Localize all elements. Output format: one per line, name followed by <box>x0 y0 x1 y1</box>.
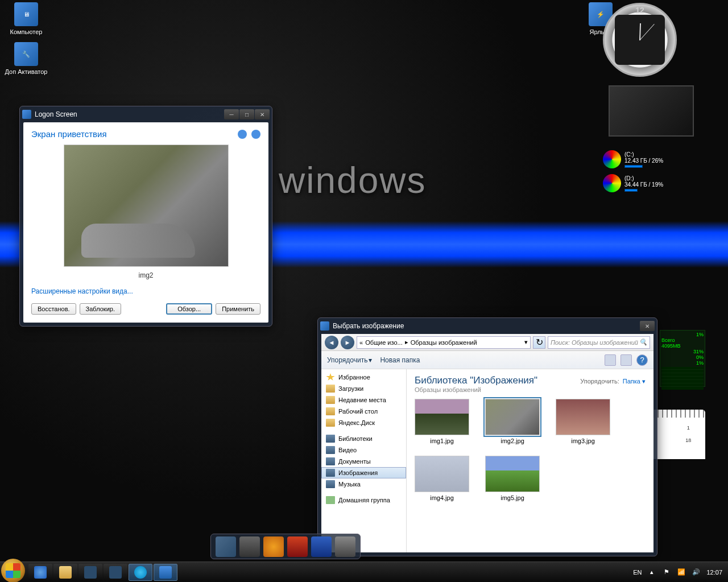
desktop-icon-activator[interactable]: 🔧 Доп Активатор <box>5 42 48 75</box>
video-icon <box>326 446 335 454</box>
taskbar-clock[interactable]: 12:07 <box>706 569 722 576</box>
preview-pane-button[interactable] <box>621 354 632 366</box>
star-icon <box>326 373 335 381</box>
language-indicator[interactable]: EN <box>633 569 642 576</box>
info-icon[interactable] <box>251 130 260 139</box>
folder-icon <box>326 385 335 393</box>
start-button[interactable] <box>1 559 25 583</box>
system-tray: EN ▴ ⚑ 📶 🔊 12:07 <box>633 568 728 577</box>
folder-icon <box>326 396 335 404</box>
advanced-settings-link[interactable]: Расширенные настройки вида... <box>31 287 260 295</box>
sidebar-homegroup[interactable]: Домашняя группа <box>321 494 406 506</box>
windows-logo-icon <box>6 563 20 578</box>
browse-button[interactable]: Обзор... <box>166 303 212 315</box>
volume-icon[interactable]: 🔊 <box>692 568 701 577</box>
dock-item[interactable] <box>239 536 260 557</box>
logon-screen-window: Logon Screen ─ □ ✕ Экран приветствия img… <box>19 106 272 327</box>
dock-item[interactable] <box>287 536 308 557</box>
forward-button[interactable]: ► <box>341 336 354 349</box>
homegroup-icon <box>326 496 335 504</box>
refresh-button[interactable]: ↻ <box>533 336 545 349</box>
sidebar-item-yandex[interactable]: Яндекс.Диск <box>321 417 406 428</box>
app-icon <box>84 566 97 579</box>
breadcrumb[interactable]: « Общие изо... ▸ Образцы изображений ▾ <box>357 336 531 349</box>
disk-gadget-d[interactable]: (D:) 34.44 ГБ / 19% <box>603 172 694 195</box>
chevron-down-icon: ▾ <box>369 356 372 364</box>
restore-button[interactable]: Восстанов. <box>31 303 76 315</box>
titlebar[interactable]: Выбрать изображение ✕ <box>318 318 657 334</box>
taskbar: EN ▴ ⚑ 📶 🔊 12:07 <box>0 562 728 582</box>
taskbar-item-skype[interactable] <box>129 564 152 581</box>
file-thumb-img3[interactable]: img3.jpg <box>556 399 610 444</box>
disk-icon <box>603 174 621 192</box>
help-button[interactable]: ? <box>636 354 648 366</box>
maximize-button[interactable]: □ <box>239 109 254 119</box>
taskbar-item-ie[interactable] <box>28 564 52 581</box>
logon-image-name: img2 <box>31 271 260 279</box>
app-icon <box>320 321 329 331</box>
music-icon <box>326 480 335 488</box>
sidebar-item-desktop[interactable]: Рабочий стол <box>321 406 406 417</box>
logon-preview-image <box>64 145 229 267</box>
show-hidden-icons[interactable]: ▴ <box>647 568 656 577</box>
organize-menu[interactable]: Упорядочить ▾ <box>327 356 372 364</box>
dock-item[interactable] <box>311 536 332 557</box>
view-options-button[interactable] <box>605 354 616 366</box>
chevron-down-icon[interactable]: ▾ <box>524 339 528 346</box>
tool-icon: 🔧 <box>14 42 38 66</box>
cpu-gadget[interactable]: 1% Всего 4095MB 31% 0% 1% <box>660 330 705 387</box>
titlebar[interactable]: Logon Screen ─ □ ✕ <box>20 106 272 122</box>
search-input[interactable]: Поиск: Образцы изображений 🔍 <box>548 336 650 349</box>
sidebar-favorites[interactable]: Избранное <box>321 372 406 383</box>
lock-button[interactable]: Заблокир. <box>80 303 121 315</box>
apply-button[interactable]: Применить <box>216 303 260 315</box>
sort-dropdown[interactable]: Папка ▾ <box>623 378 646 385</box>
clock-gadget[interactable]: 12 <box>603 3 677 77</box>
disk-icon <box>326 419 335 427</box>
new-folder-button[interactable]: Новая папка <box>380 356 420 364</box>
disk-gadget-c[interactable]: (C:) 12.43 ГБ / 26% <box>603 148 694 171</box>
rocketdock <box>210 534 361 559</box>
file-picker-window: Выбрать изображение ✕ ◄ ► « Общие изо...… <box>317 317 657 556</box>
search-icon: 🔍 <box>639 339 647 346</box>
skype-icon <box>134 566 147 579</box>
file-thumb-img2[interactable]: img2.jpg <box>485 399 540 444</box>
close-button[interactable]: ✕ <box>640 321 655 331</box>
taskbar-item-app[interactable] <box>78 564 102 581</box>
flag-icon[interactable]: ⚑ <box>662 568 671 577</box>
dock-item[interactable] <box>263 536 284 557</box>
sidebar-item-downloads[interactable]: Загрузки <box>321 383 406 394</box>
settings-icon[interactable] <box>238 130 247 139</box>
file-thumb-img4[interactable]: img4.jpg <box>415 456 469 501</box>
file-list: Библиотека "Изображения" Образцы изображ… <box>407 369 653 552</box>
slideshow-gadget[interactable] <box>609 85 694 137</box>
taskbar-item-app[interactable] <box>104 564 127 581</box>
app-icon <box>22 110 31 119</box>
library-icon <box>326 435 335 443</box>
image-icon <box>326 469 335 477</box>
taskbar-item-logon[interactable] <box>154 564 177 581</box>
wallpaper-text: windows <box>279 159 426 201</box>
desktop-icon-computer[interactable]: 🖥 Компьютер <box>5 2 48 35</box>
library-title: Библиотека "Изображения" <box>415 375 537 386</box>
minimize-button[interactable]: ─ <box>224 109 239 119</box>
nav-bar: ◄ ► « Общие изо... ▸ Образцы изображений… <box>321 334 653 351</box>
app-icon <box>109 566 122 579</box>
dock-item[interactable] <box>335 536 355 557</box>
network-icon[interactable]: 📶 <box>677 568 686 577</box>
close-button[interactable]: ✕ <box>255 109 270 119</box>
back-button[interactable]: ◄ <box>325 336 338 349</box>
taskbar-item-explorer[interactable] <box>53 564 77 581</box>
disk-icon <box>603 150 621 168</box>
file-thumb-img1[interactable]: img1.jpg <box>415 399 469 444</box>
sidebar-item-video[interactable]: Видео <box>321 444 406 456</box>
document-icon <box>326 457 335 465</box>
sidebar-libraries[interactable]: Библиотеки <box>321 433 406 444</box>
sidebar-item-recent[interactable]: Недавние места <box>321 394 406 406</box>
file-thumb-img5[interactable]: img5.jpg <box>485 456 540 501</box>
sidebar-item-documents[interactable]: Документы <box>321 456 406 467</box>
monitor-icon <box>159 566 172 579</box>
sidebar-item-images[interactable]: Изображения <box>321 467 406 478</box>
dock-item[interactable] <box>216 536 236 557</box>
sidebar-item-music[interactable]: Музыка <box>321 478 406 490</box>
